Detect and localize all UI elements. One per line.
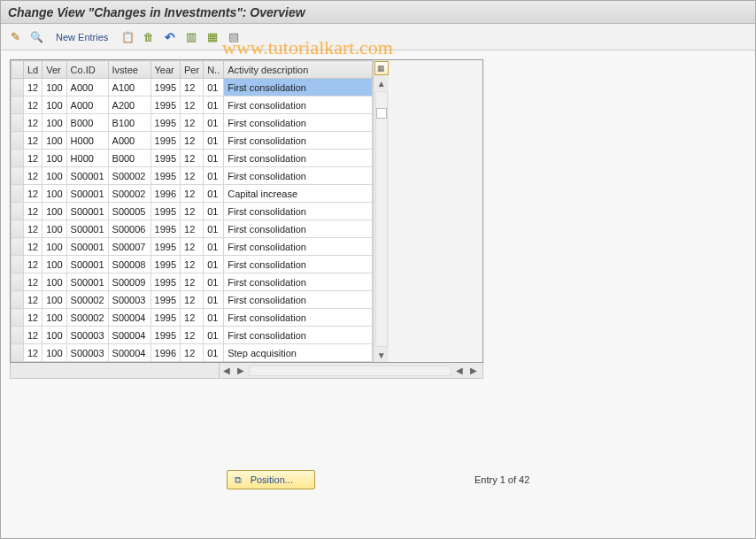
cell-ver[interactable]: 100 (42, 291, 66, 309)
cell-ivstee[interactable]: A200 (108, 96, 150, 114)
cell-activity[interactable]: First consolidation (224, 132, 373, 150)
table-row[interactable]: 12100S00001S0000219961201Capital increas… (12, 185, 373, 203)
cell-activity[interactable]: First consolidation (224, 203, 373, 220)
cell-activity[interactable]: First consolidation (224, 238, 373, 256)
cell-n[interactable]: 01 (204, 150, 224, 167)
table-row[interactable]: 12100S00002S0000419951201First consolida… (12, 309, 373, 327)
row-selector[interactable] (12, 344, 24, 362)
cell-activity[interactable]: First consolidation (224, 79, 373, 96)
toggle-change-icon[interactable] (6, 28, 24, 46)
scroll-down-arrow-icon[interactable]: ▼ (375, 349, 388, 361)
cell-ld[interactable]: 12 (24, 291, 42, 309)
cell-per[interactable]: 12 (181, 150, 204, 167)
cell-year[interactable]: 1995 (150, 309, 180, 327)
cell-ver[interactable]: 100 (42, 344, 66, 362)
cell-ld[interactable]: 12 (24, 238, 42, 256)
cell-n[interactable]: 01 (204, 256, 224, 273)
hscroll-right-arrow-icon[interactable]: ▶ (235, 365, 247, 377)
cell-per[interactable]: 12 (181, 167, 204, 185)
cell-per[interactable]: 12 (181, 96, 204, 114)
cell-coid[interactable]: H000 (66, 132, 108, 150)
cell-ld[interactable]: 12 (24, 327, 42, 344)
cell-ld[interactable]: 12 (24, 96, 42, 114)
table-row[interactable]: 12100H000B00019951201First consolidation (12, 150, 373, 167)
table-row[interactable]: 12100S00001S0000619951201First consolida… (12, 220, 373, 238)
table-row[interactable]: 12100A000A20019951201First consolidation (12, 96, 373, 114)
cell-year[interactable]: 1995 (150, 150, 180, 167)
horizontal-scrollbar[interactable]: ◀ ▶ ◀ ▶ (10, 363, 483, 379)
cell-per[interactable]: 12 (181, 203, 204, 220)
cell-year[interactable]: 1995 (150, 132, 180, 150)
col-coid[interactable]: Co.ID (66, 61, 108, 79)
row-selector[interactable] (12, 256, 24, 273)
cell-n[interactable]: 01 (204, 79, 224, 96)
cell-year[interactable]: 1995 (150, 256, 180, 273)
cell-ivstee[interactable]: S00002 (108, 185, 150, 203)
cell-ld[interactable]: 12 (24, 132, 42, 150)
row-selector[interactable] (12, 291, 24, 309)
cell-activity[interactable]: Capital increase (224, 185, 373, 203)
table-row[interactable]: 12100S00003S0000419961201Step acquisitio… (12, 344, 373, 362)
cell-n[interactable]: 01 (204, 220, 224, 238)
cell-n[interactable]: 01 (204, 273, 224, 291)
table-row[interactable]: 12100S00001S0000919951201First consolida… (12, 273, 373, 291)
cell-per[interactable]: 12 (181, 256, 204, 273)
row-selector[interactable] (12, 238, 24, 256)
cell-coid[interactable]: S00002 (66, 291, 108, 309)
table-row[interactable]: 12100S00001S0000719951201First consolida… (12, 238, 373, 256)
table-row[interactable]: 12100S00003S0000419951201First consolida… (12, 327, 373, 344)
col-ld[interactable]: Ld (24, 61, 42, 79)
cell-ld[interactable]: 12 (24, 309, 42, 327)
row-selector[interactable] (12, 96, 24, 114)
cell-ivstee[interactable]: A100 (108, 79, 150, 96)
cell-ver[interactable]: 100 (42, 238, 66, 256)
cell-coid[interactable]: A000 (66, 79, 108, 96)
table-row[interactable]: 12100S00002S0000319951201First consolida… (12, 291, 373, 309)
row-selector[interactable] (12, 203, 24, 220)
cell-year[interactable]: 1995 (150, 167, 180, 185)
col-per[interactable]: Per (181, 61, 204, 79)
cell-ivstee[interactable]: S00009 (108, 273, 150, 291)
cell-activity[interactable]: Step acquisition (224, 344, 373, 362)
cell-ivstee[interactable]: A000 (108, 132, 150, 150)
cell-year[interactable]: 1995 (150, 238, 180, 256)
select-all-icon[interactable] (182, 28, 200, 46)
cell-activity[interactable]: First consolidation (224, 273, 373, 291)
cell-per[interactable]: 12 (181, 114, 204, 132)
cell-ver[interactable]: 100 (42, 132, 66, 150)
cell-ivstee[interactable]: S00005 (108, 203, 150, 220)
cell-activity[interactable]: First consolidation (224, 327, 373, 344)
scroll-track[interactable] (375, 91, 388, 347)
cell-ld[interactable]: 12 (24, 256, 42, 273)
cell-activity[interactable]: First consolidation (224, 167, 373, 185)
cell-activity[interactable]: First consolidation (224, 291, 373, 309)
row-selector[interactable] (12, 132, 24, 150)
cell-per[interactable]: 12 (181, 132, 204, 150)
row-selector[interactable] (12, 150, 24, 167)
hscroll-left-arrow-icon[interactable]: ◀ (220, 365, 233, 377)
cell-n[interactable]: 01 (204, 309, 224, 327)
cell-ivstee[interactable]: S00006 (108, 220, 150, 238)
col-ivstee[interactable]: Ivstee (108, 61, 150, 79)
cell-year[interactable]: 1995 (150, 114, 180, 132)
cell-per[interactable]: 12 (181, 185, 204, 203)
cell-coid[interactable]: S00001 (66, 273, 108, 291)
cell-ivstee[interactable]: S00003 (108, 291, 150, 309)
table-row[interactable]: 12100A000A10019951201First consolidation (12, 79, 373, 96)
cell-n[interactable]: 01 (204, 291, 224, 309)
cell-n[interactable]: 01 (204, 132, 224, 150)
cell-n[interactable]: 01 (204, 203, 224, 220)
cell-ver[interactable]: 100 (42, 309, 66, 327)
cell-coid[interactable]: S00001 (66, 238, 108, 256)
cell-coid[interactable]: S00001 (66, 256, 108, 273)
cell-activity[interactable]: First consolidation (224, 96, 373, 114)
hscroll-right2-arrow-icon[interactable]: ▶ (467, 365, 480, 377)
row-selector[interactable] (12, 327, 24, 344)
cell-activity[interactable]: First consolidation (224, 309, 373, 327)
delete-icon[interactable] (140, 28, 158, 46)
copy-as-icon[interactable] (119, 28, 136, 46)
cell-n[interactable]: 01 (204, 185, 224, 203)
cell-coid[interactable]: B000 (66, 114, 108, 132)
table-row[interactable]: 12100S00001S0000219951201First consolida… (12, 167, 373, 185)
details-icon[interactable] (27, 28, 45, 46)
